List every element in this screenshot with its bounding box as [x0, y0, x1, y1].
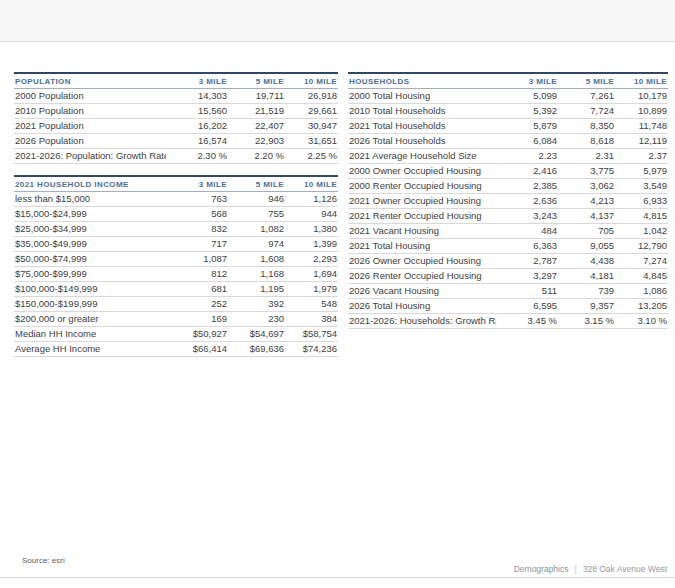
cell-value: 705 — [558, 224, 615, 239]
cell-value: 1,195 — [228, 282, 285, 297]
table-row: $25,000-$34,9998321,0821,380 — [14, 222, 338, 237]
cell-value: 548 — [285, 297, 338, 312]
household-income-table: 2021 HOUSEHOLD INCOME3 MILE5 MILE10 MILE… — [14, 175, 338, 357]
row-label: $150,000-$199,999 — [14, 297, 166, 312]
cell-value: 4,181 — [558, 269, 615, 284]
table-row: 2000 Total Housing5,0997,26110,179 — [348, 89, 668, 104]
cell-value: 6,933 — [615, 194, 668, 209]
cell-value: $74,236 — [285, 342, 338, 357]
table-row: 2000 Population14,30319,71126,918 — [14, 89, 338, 104]
table-row: 2026 Vacant Housing5117391,086 — [348, 284, 668, 299]
cell-value: 31,651 — [285, 134, 338, 149]
cell-value: 3,062 — [558, 179, 615, 194]
row-label: 2026 Renter Occupied Housing — [348, 269, 496, 284]
column-header: 5 MILE — [558, 73, 615, 89]
cell-value: 230 — [228, 312, 285, 327]
cell-value: 10,899 — [615, 104, 668, 119]
cell-value: 30,947 — [285, 119, 338, 134]
column-header: 5 MILE — [228, 176, 285, 192]
cell-value: 1,694 — [285, 267, 338, 282]
cell-value: 16,202 — [166, 119, 228, 134]
cell-value: 15,560 — [166, 104, 228, 119]
cell-value: 511 — [496, 284, 558, 299]
cell-value: 6,363 — [496, 239, 558, 254]
table-row: 2021 Average Household Size2.232.312.37 — [348, 149, 668, 164]
cell-value: 5,392 — [496, 104, 558, 119]
report-content: POPULATION3 MILE5 MILE10 MILE2000 Popula… — [0, 42, 675, 357]
source-note: Source: esri — [22, 556, 65, 565]
cell-value: 2.30 % — [166, 149, 228, 164]
right-column: HOUSEHOLDS3 MILE5 MILE10 MILE2000 Total … — [348, 72, 668, 329]
row-label: $50,000-$74,999 — [14, 252, 166, 267]
cell-value: 14,303 — [166, 89, 228, 104]
row-label: 2021 Population — [14, 119, 166, 134]
table-row: 2010 Total Households5,3927,72410,899 — [348, 104, 668, 119]
table-row: $200,000 or greater169230384 — [14, 312, 338, 327]
table-title: HOUSEHOLDS — [348, 73, 496, 89]
cell-value: 6,084 — [496, 134, 558, 149]
table-row: 2021 Vacant Housing4847051,042 — [348, 224, 668, 239]
cell-value: 11,748 — [615, 119, 668, 134]
cell-value: 4,137 — [558, 209, 615, 224]
cell-value: 19,711 — [228, 89, 285, 104]
table-row: 2010 Population15,56021,51929,661 — [14, 104, 338, 119]
column-header: 10 MILE — [285, 176, 338, 192]
cell-value: $50,927 — [166, 327, 228, 342]
cell-value: 7,261 — [558, 89, 615, 104]
row-label: $35,000-$49,999 — [14, 237, 166, 252]
cell-value: 4,845 — [615, 269, 668, 284]
households-table: HOUSEHOLDS3 MILE5 MILE10 MILE2000 Total … — [348, 72, 668, 329]
cell-value: 1,042 — [615, 224, 668, 239]
column-header: 3 MILE — [496, 73, 558, 89]
cell-value: 9,357 — [558, 299, 615, 314]
table-row: Average HH Income$66,414$69,636$74,236 — [14, 342, 338, 357]
row-label: 2026 Total Households — [348, 134, 496, 149]
cell-value: 568 — [166, 207, 228, 222]
bottom-divider — [0, 577, 675, 578]
row-label: 2021 Average Household Size — [348, 149, 496, 164]
table-row: Median HH Income$50,927$54,697$58,754 — [14, 327, 338, 342]
table-row: 2000 Owner Occupied Housing2,4163,7755,9… — [348, 164, 668, 179]
cell-value: 484 — [496, 224, 558, 239]
cell-value: 946 — [228, 192, 285, 207]
table-row: $150,000-$199,999252392548 — [14, 297, 338, 312]
cell-value: 832 — [166, 222, 228, 237]
row-label: 2000 Total Housing — [348, 89, 496, 104]
table-row: $15,000-$24,999568755944 — [14, 207, 338, 222]
cell-value: 1,086 — [615, 284, 668, 299]
row-label: $100,000-$149,999 — [14, 282, 166, 297]
cell-value: $54,697 — [228, 327, 285, 342]
table-row: 2021 Renter Occupied Housing3,2434,1374,… — [348, 209, 668, 224]
row-label: Average HH Income — [14, 342, 166, 357]
cell-value: 717 — [166, 237, 228, 252]
cell-value: 13,205 — [615, 299, 668, 314]
table-row: 2021-2026: Households: Growth Rate3.45 %… — [348, 314, 668, 329]
top-bar — [0, 0, 675, 42]
row-label: 2026 Total Housing — [348, 299, 496, 314]
left-column: POPULATION3 MILE5 MILE10 MILE2000 Popula… — [14, 72, 338, 357]
table-row: $50,000-$74,9991,0871,6082,293 — [14, 252, 338, 267]
cell-value: 4,438 — [558, 254, 615, 269]
table-row: 2021 Total Housing6,3639,05512,790 — [348, 239, 668, 254]
table-row: 2026 Renter Occupied Housing3,2974,1814,… — [348, 269, 668, 284]
cell-value: $69,636 — [228, 342, 285, 357]
row-label: 2010 Total Households — [348, 104, 496, 119]
cell-value: 944 — [285, 207, 338, 222]
row-label: $200,000 or greater — [14, 312, 166, 327]
table-row: 2021 Owner Occupied Housing2,6364,2136,9… — [348, 194, 668, 209]
row-label: 2021-2026: Population: Growth Rate — [14, 149, 166, 164]
table-row: 2026 Population16,57422,90331,651 — [14, 134, 338, 149]
cell-value: 2,636 — [496, 194, 558, 209]
cell-value: 29,661 — [285, 104, 338, 119]
cell-value: 12,790 — [615, 239, 668, 254]
row-label: $15,000-$24,999 — [14, 207, 166, 222]
cell-value: 3.10 % — [615, 314, 668, 329]
cell-value: 2.37 — [615, 149, 668, 164]
cell-value: 252 — [166, 297, 228, 312]
footer-section-label: Demographics — [514, 564, 569, 574]
cell-value: 21,519 — [228, 104, 285, 119]
table-row: 2021 Population16,20222,40730,947 — [14, 119, 338, 134]
table-row: 2026 Owner Occupied Housing2,7874,4387,2… — [348, 254, 668, 269]
cell-value: 1,399 — [285, 237, 338, 252]
cell-value: 3,297 — [496, 269, 558, 284]
